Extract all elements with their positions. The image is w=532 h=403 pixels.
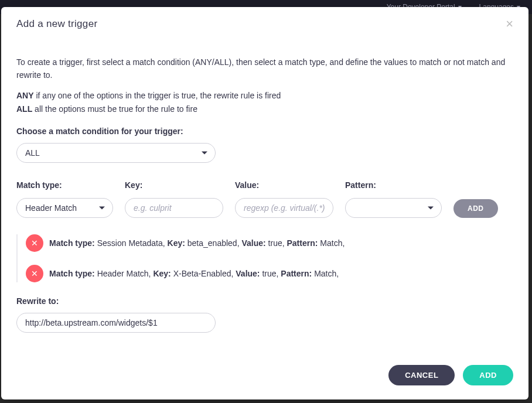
trigger-value-value: true, [262,269,278,278]
trigger-value-value: true, [268,238,285,248]
rewrite-section: Rewrite to: [16,296,513,333]
trigger-form-row: Match type: Header Match Key: Value: Pat… [16,180,513,218]
rewrite-input[interactable] [16,313,216,333]
trigger-text: Match type: Header Match, Key: X-Beta-En… [49,269,339,278]
trigger-item: ✕ Match type: Header Match, Key: X-Beta-… [26,265,513,282]
remove-trigger-button[interactable]: ✕ [26,234,43,252]
match-type-label: Match type: [16,180,113,190]
value-col: Value: [235,180,333,218]
modal-title: Add a new trigger [16,18,97,30]
add-col: ADD [453,199,498,218]
value-input[interactable] [235,198,333,218]
pattern-col: Pattern: [345,180,442,218]
trigger-pattern-value: Match, [314,269,339,278]
add-trigger-button[interactable]: ADD [453,199,498,218]
trigger-value-label: Value: [236,269,260,278]
pattern-select[interactable] [345,198,442,218]
intro-text: To create a trigger, first select a matc… [16,56,513,81]
trigger-key-value: beta_enabled, [187,238,240,248]
key-col: Key: [125,180,223,218]
remove-trigger-button[interactable]: ✕ [26,265,43,282]
any-text: if any one of the options in the trigger… [34,91,281,100]
condition-select[interactable]: ALL [16,143,216,163]
triggers-list: ✕ Match type: Session Metadata, Key: bet… [16,234,513,282]
pattern-label: Pattern: [345,180,442,190]
trigger-text: Match type: Session Metadata, Key: beta_… [49,238,345,248]
rewrite-label: Rewrite to: [16,296,513,306]
cancel-button[interactable]: CANCEL [388,365,455,385]
modal-footer: CANCEL ADD [1,354,528,399]
condition-label: Choose a match condition for your trigge… [16,127,513,136]
trigger-key-label: Key: [153,269,170,278]
close-icon: ✕ [31,269,38,278]
pattern-select-wrap [345,198,442,218]
condition-select-wrap: ALL [16,143,216,163]
close-icon: ✕ [31,238,38,248]
match-type-select[interactable]: Header Match [16,198,113,218]
modal-body: To create a trigger, first select a matc… [1,39,528,354]
submit-add-button[interactable]: ADD [463,365,513,385]
close-icon[interactable]: × [506,18,513,30]
all-label: ALL [16,104,32,114]
match-type-select-wrap: Header Match [16,198,113,218]
key-input[interactable] [125,198,223,218]
trigger-key-label: Key: [168,238,185,248]
trigger-match-type-label: Match type: [49,269,95,278]
trigger-key-value: X-Beta-Enabled, [173,269,234,278]
any-label: ANY [16,91,34,100]
modal-header: Add a new trigger × [1,7,528,39]
trigger-item: ✕ Match type: Session Metadata, Key: bet… [26,234,513,252]
trigger-value-label: Value: [241,238,265,248]
key-label: Key: [125,180,223,190]
trigger-pattern-label: Pattern: [287,238,318,248]
trigger-pattern-value: Match, [320,238,345,248]
any-description: ANY if any one of the options in the tri… [16,90,513,103]
trigger-match-type-value: Session Metadata, [97,238,165,248]
match-type-col: Match type: Header Match [16,180,113,218]
trigger-match-type-label: Match type: [49,238,95,248]
trigger-pattern-label: Pattern: [281,269,312,278]
add-trigger-modal: Add a new trigger × To create a trigger,… [1,7,528,399]
all-text: all the options must be true for the rul… [32,104,197,114]
value-label: Value: [235,180,333,190]
all-description: ALL all the options must be true for the… [16,103,513,116]
trigger-match-type-value: Header Match, [97,269,151,278]
